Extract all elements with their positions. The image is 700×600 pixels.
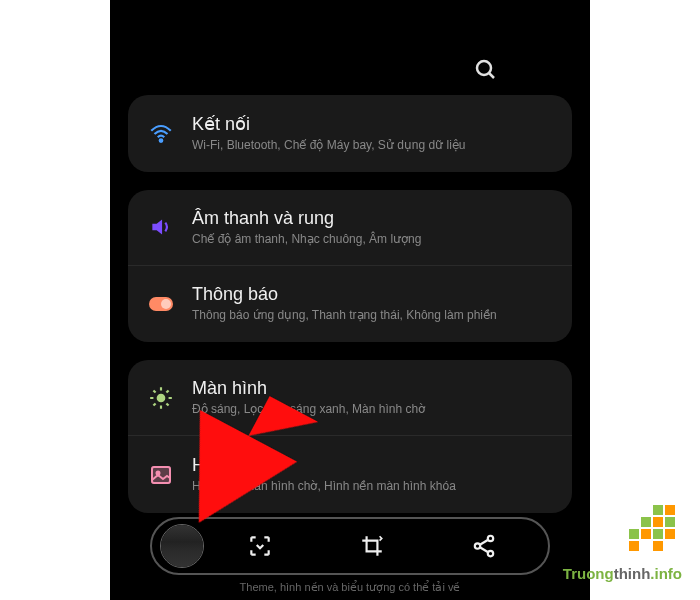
svg-line-21 [480,547,488,552]
scroll-capture-icon[interactable] [242,528,278,564]
item-text: Hình nền Hình nền màn hình chờ, Hình nền… [192,454,552,495]
svg-point-2 [160,140,163,143]
svg-rect-27 [665,505,675,515]
settings-item-wallpaper[interactable]: Hình nền Hình nền màn hình chờ, Hình nền… [128,435,572,513]
top-bar [110,0,590,95]
svg-rect-30 [665,529,675,539]
watermark-part2: thinh [614,565,651,582]
item-text: Thông báo Thông báo ứng dụng, Thanh trạn… [192,284,552,324]
settings-item-notifications[interactable]: Thông báo Thông báo ứng dụng, Thanh trạn… [128,265,572,342]
svg-point-17 [488,536,493,541]
toolbar-actions [204,528,540,564]
item-title: Âm thanh và rung [192,208,552,229]
watermark-part1: Truong [563,565,614,582]
item-subtitle: Độ sáng, Lọc ánh sáng xanh, Màn hình chờ [192,402,552,418]
svg-rect-22 [653,505,663,515]
settings-item-connections[interactable]: Kết nối Wi-Fi, Bluetooth, Chế độ Máy bay… [128,95,572,172]
svg-line-13 [166,390,168,392]
svg-rect-29 [641,529,651,539]
watermark-part3: .info [650,565,682,582]
item-subtitle: Chế độ âm thanh, Nhạc chuông, Âm lượng [192,232,552,248]
svg-point-5 [157,393,166,402]
item-text: Âm thanh và rung Chế độ âm thanh, Nhạc c… [192,208,552,248]
svg-point-18 [475,543,480,548]
phone-screenshot: Kết nối Wi-Fi, Bluetooth, Chế độ Máy bay… [110,0,590,600]
svg-rect-25 [629,529,639,539]
item-text: Kết nối Wi-Fi, Bluetooth, Chế độ Máy bay… [192,113,552,154]
svg-line-11 [166,403,168,405]
svg-rect-23 [641,517,651,527]
more-menu-icon[interactable] [512,48,560,84]
svg-rect-24 [665,517,675,527]
item-title: Màn hình [192,378,552,399]
svg-point-4 [161,299,171,309]
watermark-logo [618,505,678,560]
svg-point-0 [477,61,491,75]
settings-item-sound[interactable]: Âm thanh và rung Chế độ âm thanh, Nhạc c… [128,190,572,266]
brightness-icon [148,385,174,411]
svg-line-20 [480,540,488,545]
wallpaper-icon [148,462,174,488]
svg-line-12 [153,403,155,405]
bottom-hint-text: Theme, hình nền và biểu tượng có thể tải… [240,581,461,594]
settings-group-sound-notif: Âm thanh và rung Chế độ âm thanh, Nhạc c… [128,190,572,342]
sound-icon [148,214,174,240]
search-icon[interactable] [474,58,498,88]
svg-rect-26 [653,529,663,539]
settings-group-display: Màn hình Độ sáng, Lọc ánh sáng xanh, Màn… [128,360,572,513]
watermark-text: Truongthinh.info [563,565,682,582]
item-subtitle: Wi-Fi, Bluetooth, Chế độ Máy bay, Sử dụn… [192,138,552,154]
screenshot-toolbar [150,517,550,575]
svg-rect-32 [653,541,663,551]
screenshot-thumbnail[interactable] [160,524,204,568]
share-icon[interactable] [466,528,502,564]
item-subtitle: Hình nền màn hình chờ, Hình nền màn hình… [192,479,552,495]
item-title: Kết nối [192,113,552,135]
wifi-icon [148,120,174,146]
settings-group-connections: Kết nối Wi-Fi, Bluetooth, Chế độ Máy bay… [128,95,572,172]
settings-item-display[interactable]: Màn hình Độ sáng, Lọc ánh sáng xanh, Màn… [128,360,572,436]
notification-icon [148,291,174,317]
svg-line-10 [153,390,155,392]
item-title: Hình nền [192,454,552,476]
svg-rect-28 [653,517,663,527]
crop-icon[interactable] [354,528,390,564]
svg-rect-31 [629,541,639,551]
svg-point-19 [488,551,493,556]
item-title: Thông báo [192,284,552,305]
item-subtitle: Thông báo ứng dụng, Thanh trạng thái, Kh… [192,308,552,324]
svg-line-1 [489,73,494,78]
item-text: Màn hình Độ sáng, Lọc ánh sáng xanh, Màn… [192,378,552,418]
